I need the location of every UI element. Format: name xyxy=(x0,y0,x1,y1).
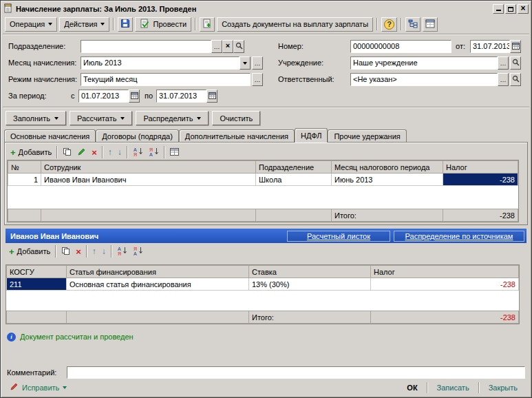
cell-employee[interactable]: Иванов Иван Иванович xyxy=(41,174,256,186)
delete-row-button[interactable]: × xyxy=(89,146,99,158)
move-down-button[interactable]: ↓ xyxy=(100,245,108,258)
period-to-calendar-button[interactable] xyxy=(206,90,217,103)
distribution-by-sources-link[interactable]: Распределение по источникам xyxy=(394,231,524,242)
responsible-select-button[interactable]: … xyxy=(498,73,509,86)
help-button[interactable]: ? xyxy=(381,17,397,32)
maximize-icon xyxy=(508,7,513,12)
funding-col-article[interactable]: Статья финансирования xyxy=(67,266,249,278)
create-payment-docs-button[interactable]: Создать документы на выплату зарплаты xyxy=(217,17,373,32)
period-from-label: с xyxy=(71,90,75,103)
delete-row-button[interactable]: × xyxy=(74,245,83,258)
chevron-down-icon xyxy=(197,117,201,120)
table-row[interactable]: 211 Основная статья финансирования 13% (… xyxy=(7,278,519,291)
write-button[interactable]: Записать xyxy=(429,381,477,395)
accrual-month-dropdown-button[interactable] xyxy=(240,56,251,70)
institution-input[interactable]: Наше учреждение xyxy=(350,56,498,70)
ndfl-col-tax[interactable]: Налог xyxy=(443,161,518,174)
calculate-menu-button[interactable]: Рассчитать xyxy=(70,111,132,125)
cell-tax-month[interactable]: Июнь 2013 xyxy=(332,174,443,186)
department-open-button[interactable] xyxy=(233,40,244,53)
structure-button[interactable] xyxy=(405,17,421,32)
tab-main-accruals[interactable]: Основные начисления xyxy=(4,129,96,142)
cell-rate[interactable]: 13% (30%) xyxy=(249,278,371,291)
sort-asc-button[interactable]: АЯ xyxy=(131,146,145,158)
funding-col-tax[interactable]: Налог xyxy=(371,266,519,278)
ndfl-col-department[interactable]: Подразделение xyxy=(256,161,332,174)
fill-menu-button[interactable]: Заполнить xyxy=(6,111,66,125)
fix-menu-button[interactable]: Исправить xyxy=(7,382,70,392)
save-button-toolbar[interactable] xyxy=(118,17,133,32)
period-from-input[interactable]: 01.07.2013 xyxy=(78,90,129,103)
date-calendar-button[interactable] xyxy=(510,40,521,53)
department-select-button[interactable]: … xyxy=(211,40,222,53)
period-from-calendar-button[interactable] xyxy=(129,90,140,103)
actions-menu-button[interactable]: Действия xyxy=(59,17,109,32)
copy-row-button[interactable] xyxy=(59,245,72,258)
payslip-link[interactable]: Расчетный листок xyxy=(287,231,390,242)
funding-total-row: Итого: -238 xyxy=(7,311,519,324)
institution-label: Учреждение: xyxy=(278,56,323,70)
sort-desc-button[interactable]: ЯА xyxy=(131,245,145,258)
move-down-button[interactable]: ↓ xyxy=(116,146,124,158)
new-document-button[interactable] xyxy=(200,17,215,32)
funding-col-kosgu[interactable]: КОСГУ xyxy=(7,266,67,278)
tab-label: НДФЛ xyxy=(301,132,321,140)
accrual-mode-input[interactable]: Текущий месяц xyxy=(81,73,251,86)
comment-input[interactable] xyxy=(67,366,525,379)
tab-additional-accruals[interactable]: Дополнительные начисления xyxy=(179,129,295,142)
cell-department[interactable]: Школа xyxy=(256,174,332,186)
accrual-month-select-button[interactable]: … xyxy=(252,56,263,70)
tab-other-deductions[interactable]: Прочие удержания xyxy=(328,129,406,142)
move-up-button[interactable]: ↑ xyxy=(106,146,114,158)
cell-article[interactable]: Основная статья финансирования xyxy=(67,278,249,291)
ndfl-col-num[interactable]: № xyxy=(8,161,41,174)
responsible-input[interactable]: <Не указан> xyxy=(350,73,498,86)
ndfl-col-employee[interactable]: Сотрудник xyxy=(41,161,256,174)
ndfl-col-tax-month[interactable]: Месяц налогового периода xyxy=(332,161,443,174)
responsible-open-button[interactable] xyxy=(510,73,521,86)
close-form-button[interactable]: Закрыть xyxy=(481,381,525,395)
clear-button[interactable]: Очистить xyxy=(212,111,260,125)
cell-tax[interactable]: -238 xyxy=(371,278,519,291)
minimize-button[interactable] xyxy=(493,4,504,14)
institution-open-button[interactable] xyxy=(510,56,521,70)
date-input[interactable]: 31.07.2013 xyxy=(470,40,510,53)
maximize-button[interactable] xyxy=(505,4,516,14)
ok-button[interactable]: ОК xyxy=(399,381,425,395)
edit-row-button[interactable] xyxy=(75,146,88,158)
cell-tax-selected[interactable]: -238 xyxy=(443,174,518,186)
operation-label: Операция xyxy=(10,20,45,28)
move-up-button[interactable]: ↑ xyxy=(90,245,98,258)
empty-rows-area[interactable] xyxy=(8,186,518,209)
copy-row-button[interactable] xyxy=(61,146,74,158)
accrual-mode-select-button[interactable]: … xyxy=(252,73,263,86)
date-field: 31.07.2013 xyxy=(470,40,521,53)
tab-ndfl[interactable]: НДФЛ xyxy=(295,128,328,143)
add-row-button[interactable]: +Добавить xyxy=(8,146,54,158)
chevron-down-icon xyxy=(243,62,247,65)
funding-col-rate[interactable]: Ставка xyxy=(249,266,371,278)
institution-select-button[interactable]: … xyxy=(498,56,509,70)
sort-desc-button[interactable]: ЯА xyxy=(147,146,161,158)
tab-contracts[interactable]: Договоры (подряда) xyxy=(96,129,179,142)
add-row-button[interactable]: +Добавить xyxy=(7,245,52,258)
close-button[interactable]: × xyxy=(518,4,529,14)
table-row[interactable]: 1 Иванов Иван Иванович Школа Июнь 2013 -… xyxy=(8,174,518,186)
arrow-up-icon: ↑ xyxy=(108,148,112,156)
number-input[interactable]: 00000000008 xyxy=(350,40,451,53)
period-to-input[interactable]: 31.07.2013 xyxy=(156,90,206,103)
cell-num[interactable]: 1 xyxy=(8,174,41,186)
operation-menu-button[interactable]: Операция xyxy=(5,17,57,32)
grid-settings-button[interactable] xyxy=(168,146,181,158)
responsible-label: Ответственный: xyxy=(278,73,334,86)
distribute-menu-button[interactable]: Распределить xyxy=(136,111,209,125)
empty-rows-area[interactable] xyxy=(7,291,519,311)
post-button[interactable]: Провести xyxy=(135,17,191,32)
department-input[interactable] xyxy=(81,40,211,53)
calendar-icon xyxy=(131,92,138,101)
cell-kosgu-selected[interactable]: 211 xyxy=(7,278,67,291)
department-clear-button[interactable]: × xyxy=(222,40,233,53)
sort-asc-button[interactable]: АЯ xyxy=(115,245,129,258)
report-button[interactable] xyxy=(423,17,438,32)
accrual-month-input[interactable]: Июль 2013 xyxy=(81,56,240,70)
